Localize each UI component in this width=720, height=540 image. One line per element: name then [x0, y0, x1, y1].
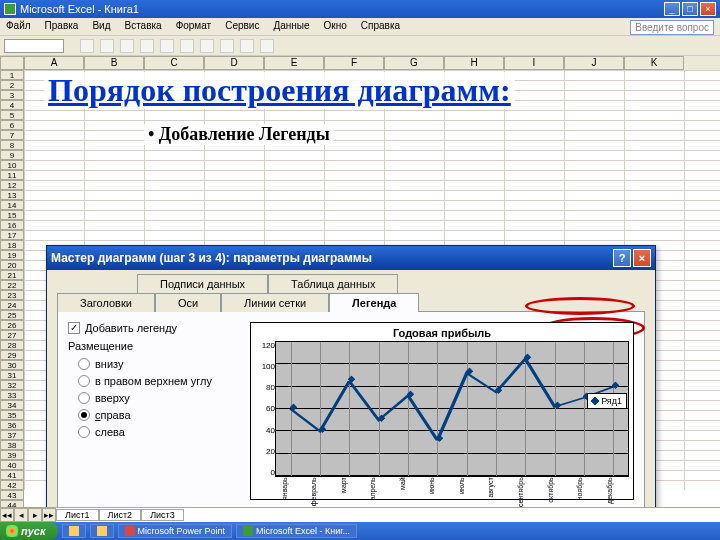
row-header[interactable]: 8 [0, 140, 24, 150]
sheet-tab[interactable]: Лист1 [56, 509, 99, 521]
row-header[interactable]: 1 [0, 70, 24, 80]
radio-option[interactable]: слева [78, 426, 238, 438]
col-header[interactable]: J [564, 56, 624, 70]
sheet-tab[interactable]: Лист3 [141, 509, 184, 521]
radio-option[interactable]: справа [78, 409, 238, 421]
row-header[interactable]: 24 [0, 300, 24, 310]
menu-insert[interactable]: Вставка [124, 20, 161, 33]
col-header[interactable]: B [84, 56, 144, 70]
row-header[interactable]: 18 [0, 240, 24, 250]
row-header[interactable]: 36 [0, 420, 24, 430]
row-header[interactable]: 38 [0, 440, 24, 450]
taskbar-item[interactable]: Microsoft Power Point [118, 524, 233, 538]
dialog-help-button[interactable]: ? [613, 249, 631, 267]
row-header[interactable]: 31 [0, 370, 24, 380]
col-header[interactable]: F [324, 56, 384, 70]
sheet-nav-prev[interactable]: ◂ [14, 508, 28, 522]
taskbar-item[interactable]: Microsoft Excel - Книг... [236, 524, 357, 538]
row-header[interactable]: 19 [0, 250, 24, 260]
menu-data[interactable]: Данные [273, 20, 309, 33]
tab-gridlines[interactable]: Линии сетки [221, 293, 329, 312]
maximize-button[interactable]: □ [682, 2, 698, 16]
row-header[interactable]: 23 [0, 290, 24, 300]
name-box[interactable] [4, 39, 64, 53]
row-header[interactable]: 7 [0, 130, 24, 140]
start-button[interactable]: пуск [0, 522, 58, 540]
radio-option[interactable]: вверху [78, 392, 238, 404]
sheet-tab[interactable]: Лист2 [99, 509, 142, 521]
row-header[interactable]: 11 [0, 170, 24, 180]
row-header[interactable]: 9 [0, 150, 24, 160]
toolbar-button[interactable] [100, 39, 114, 53]
dialog-close-button[interactable]: × [633, 249, 651, 267]
row-header[interactable]: 17 [0, 230, 24, 240]
toolbar-button[interactable] [240, 39, 254, 53]
taskbar-item[interactable] [62, 524, 86, 538]
add-legend-checkbox[interactable]: ✓ Добавить легенду [68, 322, 238, 334]
toolbar-button[interactable] [80, 39, 94, 53]
dialog-titlebar[interactable]: Мастер диаграмм (шаг 3 из 4): параметры … [47, 246, 655, 270]
toolbar-button[interactable] [160, 39, 174, 53]
row-header[interactable]: 30 [0, 360, 24, 370]
row-header[interactable]: 16 [0, 220, 24, 230]
row-header[interactable]: 3 [0, 90, 24, 100]
select-all-corner[interactable] [0, 56, 24, 70]
menu-format[interactable]: Формат [176, 20, 212, 33]
row-header[interactable]: 20 [0, 260, 24, 270]
row-header[interactable]: 34 [0, 400, 24, 410]
row-header[interactable]: 6 [0, 120, 24, 130]
row-header[interactable]: 4 [0, 100, 24, 110]
toolbar-button[interactable] [140, 39, 154, 53]
row-header[interactable]: 5 [0, 110, 24, 120]
toolbar-button[interactable] [120, 39, 134, 53]
col-header[interactable]: E [264, 56, 324, 70]
row-header[interactable]: 37 [0, 430, 24, 440]
row-header[interactable]: 26 [0, 320, 24, 330]
row-header[interactable]: 29 [0, 350, 24, 360]
col-header[interactable]: A [24, 56, 84, 70]
row-header[interactable]: 13 [0, 190, 24, 200]
col-header[interactable]: K [624, 56, 684, 70]
toolbar-button[interactable] [200, 39, 214, 53]
menu-window[interactable]: Окно [324, 20, 347, 33]
menu-view[interactable]: Вид [92, 20, 110, 33]
taskbar-item[interactable] [90, 524, 114, 538]
col-header[interactable]: H [444, 56, 504, 70]
row-header[interactable]: 21 [0, 270, 24, 280]
col-header[interactable]: D [204, 56, 264, 70]
col-header[interactable]: C [144, 56, 204, 70]
toolbar-button[interactable] [260, 39, 274, 53]
menu-help[interactable]: Справка [361, 20, 400, 33]
row-header[interactable]: 25 [0, 310, 24, 320]
row-header[interactable]: 14 [0, 200, 24, 210]
tab-data-table[interactable]: Таблица данных [268, 274, 398, 293]
row-header[interactable]: 32 [0, 380, 24, 390]
toolbar-button[interactable] [220, 39, 234, 53]
row-header[interactable]: 35 [0, 410, 24, 420]
toolbar-button[interactable] [180, 39, 194, 53]
row-header[interactable]: 33 [0, 390, 24, 400]
row-header[interactable]: 43 [0, 490, 24, 500]
col-header[interactable]: G [384, 56, 444, 70]
tab-titles[interactable]: Заголовки [57, 293, 155, 312]
radio-option[interactable]: в правом верхнем углу [78, 375, 238, 387]
menu-file[interactable]: Файл [6, 20, 31, 33]
row-header[interactable]: 28 [0, 340, 24, 350]
tab-legend[interactable]: Легенда [329, 293, 419, 312]
row-header[interactable]: 22 [0, 280, 24, 290]
radio-option[interactable]: внизу [78, 358, 238, 370]
menu-edit[interactable]: Правка [45, 20, 79, 33]
row-header[interactable]: 15 [0, 210, 24, 220]
sheet-nav-next[interactable]: ▸ [28, 508, 42, 522]
sheet-nav-last[interactable]: ▸▸ [42, 508, 56, 522]
row-header[interactable]: 42 [0, 480, 24, 490]
cells-area[interactable]: Порядок построения диаграмм: Добавление … [24, 70, 720, 490]
row-header[interactable]: 10 [0, 160, 24, 170]
row-header[interactable]: 40 [0, 460, 24, 470]
row-header[interactable]: 27 [0, 330, 24, 340]
menu-tools[interactable]: Сервис [225, 20, 259, 33]
col-header[interactable]: I [504, 56, 564, 70]
close-button[interactable]: × [700, 2, 716, 16]
sheet-nav-first[interactable]: ◂◂ [0, 508, 14, 522]
tab-axes[interactable]: Оси [155, 293, 221, 312]
